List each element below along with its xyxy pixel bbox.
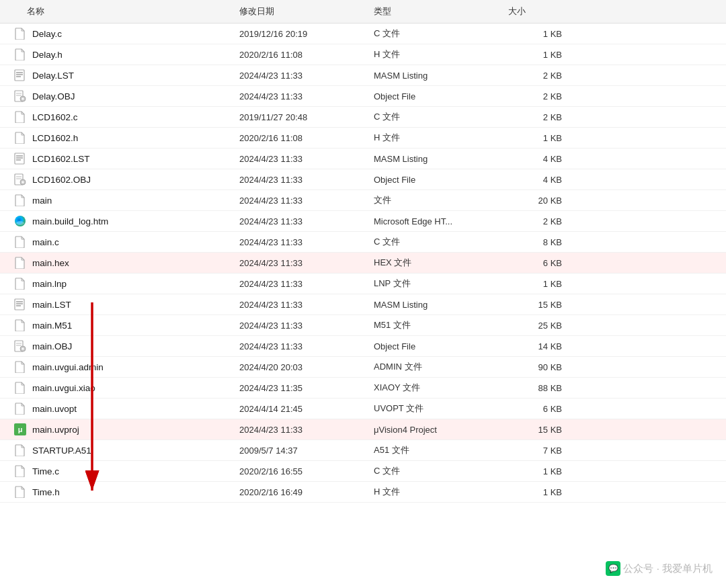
file-date: 2024/4/23 11:33 [239,175,374,185]
file-date: 2024/4/23 11:33 [239,341,374,351]
file-name-cell: LCD1602.c [11,110,239,124]
table-row[interactable]: main.OBJ2024/4/23 11:33Object File14 KB [0,336,726,357]
file-name-text: main.uvproj [32,425,79,435]
file-date: 2024/4/23 11:35 [239,383,374,393]
file-name-cell: main.build_log.htm [11,214,239,228]
table-header: 名称 修改日期 类型 大小 [0,0,726,24]
file-size: 14 KB [508,341,575,351]
file-name-text: main.uvopt [32,404,77,414]
file-name-cell: LCD1602.OBJ [11,173,239,186]
file-type: MASM Listing [374,71,508,81]
file-name-cell: main.hex [11,256,239,269]
file-type: HEX 文件 [374,257,508,269]
file-name-text: main.uvgui.xiao [32,383,95,393]
file-icon [13,381,27,394]
table-row[interactable]: Delay.LST2024/4/23 11:33MASM Listing2 KB [0,65,726,86]
file-size: 15 KB [508,300,575,310]
table-row[interactable]: Delay.c2019/12/16 20:19C 文件1 KB [0,24,726,44]
file-icon [13,339,27,353]
file-size: 1 KB [508,279,575,289]
table-row[interactable]: μmain.uvproj2024/4/23 11:33μVision4 Proj… [0,419,726,440]
table-row[interactable]: main.c2024/4/23 11:33C 文件8 KB [0,232,726,253]
file-icon: μ [13,423,27,436]
table-row[interactable]: main2024/4/23 11:33文件20 KB [0,190,726,211]
file-icon [13,298,27,311]
svg-rect-0 [15,70,24,81]
file-name-cell: main [11,194,239,207]
table-row[interactable]: main.M512024/4/23 11:33M51 文件25 KB [0,315,726,336]
table-row[interactable]: LCD1602.LST2024/4/23 11:33MASM Listing4 … [0,149,726,169]
file-icon [13,464,27,478]
table-row[interactable]: Delay.OBJ2024/4/23 11:33Object File2 KB [0,86,726,107]
file-icon [13,444,27,457]
file-size: 4 KB [508,175,575,185]
file-size: 1 KB [508,487,575,497]
file-size: 2 KB [508,91,575,101]
svg-rect-20 [15,299,24,310]
file-name-cell: Delay.OBJ [11,89,239,103]
file-name-cell: STARTUP.A51 [11,444,239,457]
col-header-size[interactable]: 大小 [508,5,575,17]
svg-point-28 [22,348,24,350]
file-icon [13,256,27,269]
file-icon [13,277,27,290]
file-type: MASM Listing [374,300,508,310]
table-row[interactable]: main.lnp2024/4/23 11:33LNP 文件1 KB [0,274,726,294]
col-header-type[interactable]: 类型 [374,5,508,17]
file-size: 90 KB [508,362,575,372]
file-size: 1 KB [508,133,575,143]
col-header-modified[interactable]: 修改日期 [239,5,374,17]
watermark: 💬 公众号 · 我爱单片机 [606,561,713,576]
file-name-cell: LCD1602.LST [11,152,239,165]
file-size: 25 KB [508,321,575,331]
file-icon [13,27,27,40]
col-header-name[interactable]: 名称 [11,5,239,17]
table-row[interactable]: Delay.h2020/2/16 11:08H 文件1 KB [0,44,726,65]
table-row[interactable]: main.hex2024/4/23 11:33HEX 文件6 KB [0,253,726,274]
file-size: 7 KB [508,446,575,456]
file-size: 2 KB [508,112,575,122]
file-icon [13,89,27,103]
table-row[interactable]: main.build_log.htm2024/4/23 11:33Microso… [0,211,726,232]
file-date: 2024/4/14 21:45 [239,404,374,414]
file-date: 2009/5/7 14:37 [239,446,374,456]
file-icon [13,48,27,61]
file-type: M51 文件 [374,319,508,331]
table-row[interactable]: main.uvgui.admin2024/4/20 20:03ADMIN 文件9… [0,357,726,378]
file-icon [13,235,27,249]
table-row[interactable]: LCD1602.h2020/2/16 11:08H 文件1 KB [0,128,726,149]
watermark-text: 公众号 · 我爱单片机 [623,562,713,575]
table-row[interactable]: LCD1602.OBJ2024/4/23 11:33Object File4 K… [0,169,726,190]
table-row[interactable]: STARTUP.A512009/5/7 14:37A51 文件7 KB [0,440,726,461]
table-row[interactable]: Time.c2020/2/16 16:55C 文件1 KB [0,461,726,482]
file-name-text: LCD1602.h [32,133,78,143]
table-row[interactable]: main.uvgui.xiao2024/4/23 11:35XIAOY 文件88… [0,378,726,398]
table-row[interactable]: main.uvopt2024/4/14 21:45UVOPT 文件6 KB [0,398,726,419]
file-name-text: main [32,196,52,206]
file-name-cell: main.uvgui.xiao [11,381,239,394]
file-name-cell: Delay.LST [11,69,239,82]
table-row[interactable]: main.LST2024/4/23 11:33MASM Listing15 KB [0,294,726,315]
file-name-text: main.build_log.htm [32,216,108,226]
file-date: 2020/2/16 11:08 [239,50,374,60]
file-name-text: LCD1602.LST [32,154,90,164]
file-icon [13,360,27,374]
file-date: 2024/4/23 11:33 [239,154,374,164]
file-icon [13,402,27,415]
file-size: 4 KB [508,154,575,164]
file-date: 2024/4/23 11:33 [239,279,374,289]
file-date: 2024/4/23 11:33 [239,321,374,331]
file-name-text: Time.c [32,466,59,476]
file-type: 文件 [374,194,508,206]
file-name-text: Delay.c [32,29,62,39]
table-row[interactable]: Time.h2020/2/16 16:49H 文件1 KB [0,482,726,503]
file-icon [13,485,27,499]
file-name-text: LCD1602.OBJ [32,175,91,185]
svg-point-17 [22,181,24,183]
file-name-cell: main.lnp [11,277,239,290]
file-date: 2024/4/23 11:33 [239,196,374,206]
table-row[interactable]: LCD1602.c2019/11/27 20:48C 文件2 KB [0,107,726,128]
file-name-cell: main.M51 [11,319,239,332]
file-name-cell: LCD1602.h [11,131,239,144]
file-icon [13,173,27,186]
